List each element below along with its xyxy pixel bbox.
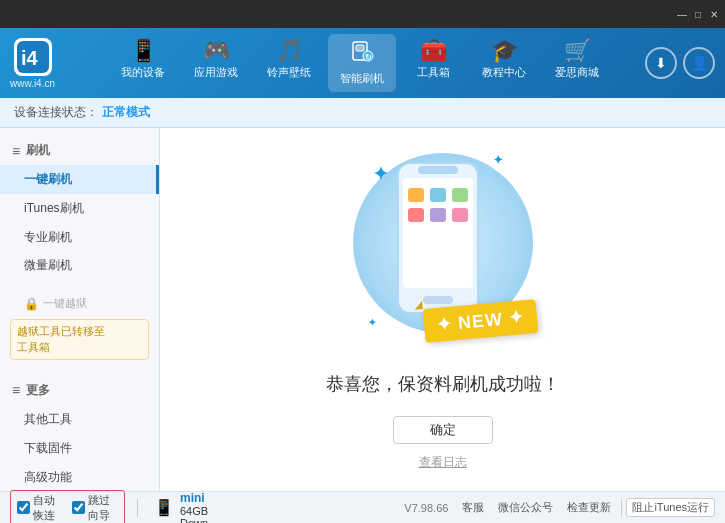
smart-flash-icon: ↻ bbox=[350, 40, 374, 68]
status-label: 设备连接状态： bbox=[14, 104, 98, 121]
success-message: 恭喜您，保资料刷机成功啦！ bbox=[326, 372, 560, 396]
svg-rect-10 bbox=[452, 188, 468, 202]
nav-ringtones[interactable]: 🎵 铃声壁纸 bbox=[255, 34, 323, 92]
nav-my-device[interactable]: 📱 我的设备 bbox=[109, 34, 177, 92]
ringtones-icon: 🎵 bbox=[276, 40, 303, 62]
shop-icon: 🛒 bbox=[564, 40, 591, 62]
more-section-icon: ≡ bbox=[12, 382, 20, 398]
tutorial-icon: 🎓 bbox=[491, 40, 518, 62]
ringtones-label: 铃声壁纸 bbox=[267, 65, 311, 80]
new-badge-text2: ✦ bbox=[503, 307, 527, 329]
shop-label: 爱思商城 bbox=[555, 65, 599, 80]
logo-text: www.i4.cn bbox=[10, 78, 55, 89]
sidebar-other-tools[interactable]: 其他工具 bbox=[0, 405, 159, 434]
sidebar-itunes-flash[interactable]: iTunes刷机 bbox=[0, 194, 159, 223]
my-device-label: 我的设备 bbox=[121, 65, 165, 80]
svg-rect-13 bbox=[452, 208, 468, 222]
lock-icon: 🔒 bbox=[24, 297, 39, 311]
version-text: V7.98.66 bbox=[404, 502, 448, 514]
via-wizard-label: 跳过向导 bbox=[88, 493, 119, 523]
flash-section-icon: ≡ bbox=[12, 143, 20, 159]
sidebar-more-title: ≡ 更多 bbox=[0, 376, 159, 405]
tutorial-label: 教程中心 bbox=[482, 65, 526, 80]
download-btn[interactable]: ⬇ bbox=[645, 47, 677, 79]
title-bar: — □ ✕ bbox=[0, 0, 725, 28]
more-section-label: 更多 bbox=[26, 382, 50, 399]
diary-link[interactable]: 查看日志 bbox=[419, 454, 467, 471]
itunes-stop-btn[interactable]: 阻止iTunes运行 bbox=[626, 498, 715, 517]
bottom-bar: 自动恢连 跳过向导 📱 iPhone 12 mini 64GB Down-12m… bbox=[0, 491, 725, 523]
new-badge-text: ✦ bbox=[436, 313, 460, 335]
sparkle-top-left: ✦ bbox=[373, 163, 388, 185]
sparkle-top-right: ✦ bbox=[493, 153, 503, 167]
sidebar-download-firmware[interactable]: 下载固件 bbox=[0, 434, 159, 463]
sidebar-pro-flash[interactable]: 专业刷机 bbox=[0, 223, 159, 252]
svg-rect-15 bbox=[418, 166, 458, 174]
sidebar-jailbreak-title: 🔒 一键越狱 bbox=[0, 292, 159, 315]
nav-items: 📱 我的设备 🎮 应用游戏 🎵 铃声壁纸 ↻ 智能刷机 bbox=[75, 34, 645, 92]
nav-apps-games[interactable]: 🎮 应用游戏 bbox=[182, 34, 250, 92]
sidebar: ≡ 刷机 一键刷机 iTunes刷机 专业刷机 微量刷机 🔒 一键越狱 越狱工具… bbox=[0, 128, 160, 491]
maximize-btn[interactable]: □ bbox=[691, 7, 705, 21]
logo-icon: i4 bbox=[14, 38, 52, 76]
svg-rect-3 bbox=[356, 45, 364, 51]
header-actions: ⬇ 👤 bbox=[645, 47, 715, 79]
svg-rect-12 bbox=[430, 208, 446, 222]
smart-flash-label: 智能刷机 bbox=[340, 71, 384, 86]
via-wizard-checkbox[interactable]: 跳过向导 bbox=[72, 493, 119, 523]
svg-rect-11 bbox=[408, 208, 424, 222]
nav-shop[interactable]: 🛒 爱思商城 bbox=[543, 34, 611, 92]
close-btn[interactable]: ✕ bbox=[707, 7, 721, 21]
device-model: Down-12mini-13,1 bbox=[180, 517, 220, 524]
phone-svg bbox=[393, 158, 483, 321]
sidebar-one-click-flash[interactable]: 一键刷机 bbox=[0, 165, 159, 194]
sidebar-save-flash[interactable]: 微量刷机 bbox=[0, 251, 159, 280]
header: i4 www.i4.cn 📱 我的设备 🎮 应用游戏 🎵 铃声壁纸 bbox=[0, 28, 725, 98]
my-device-icon: 📱 bbox=[130, 40, 157, 62]
device-storage: 64GB bbox=[180, 505, 220, 517]
sidebar-jailbreak-note: 越狱工具已转移至工具箱 bbox=[10, 319, 149, 360]
auto-connect-input[interactable] bbox=[17, 501, 30, 514]
status-value: 正常模式 bbox=[102, 104, 150, 121]
confirm-button[interactable]: 确定 bbox=[393, 416, 493, 444]
illustration: ✦ ✦ ✦ bbox=[363, 148, 523, 348]
svg-text:↻: ↻ bbox=[365, 53, 372, 62]
bottom-separator bbox=[137, 499, 138, 517]
logo[interactable]: i4 www.i4.cn bbox=[10, 38, 55, 89]
status-bar: 设备连接状态： 正常模式 bbox=[0, 98, 725, 128]
nav-toolbox[interactable]: 🧰 工具箱 bbox=[401, 34, 465, 92]
jailbreak-label: 一键越狱 bbox=[43, 296, 87, 311]
nav-smart-flash[interactable]: ↻ 智能刷机 bbox=[328, 34, 396, 92]
checkbox-group: 自动恢连 跳过向导 bbox=[10, 490, 125, 524]
bottom-right: V7.98.66 客服 微信公众号 检查更新 bbox=[404, 500, 617, 515]
phone-container: ✦ ✦ ✦ bbox=[363, 148, 523, 348]
nav-tutorial[interactable]: 🎓 教程中心 bbox=[470, 34, 538, 92]
sparkle-bottom-left: ✦ bbox=[368, 317, 376, 328]
auto-connect-label: 自动恢连 bbox=[33, 493, 64, 523]
main-layout: ≡ 刷机 一键刷机 iTunes刷机 专业刷机 微量刷机 🔒 一键越狱 越狱工具… bbox=[0, 128, 725, 491]
bottom-sep-2 bbox=[621, 499, 622, 517]
device-icon: 📱 bbox=[154, 498, 174, 517]
wechat-public-link[interactable]: 微信公众号 bbox=[498, 500, 553, 515]
toolbox-icon: 🧰 bbox=[420, 40, 447, 62]
flash-section-label: 刷机 bbox=[26, 142, 50, 159]
minimize-btn[interactable]: — bbox=[675, 7, 689, 21]
user-btn[interactable]: 👤 bbox=[683, 47, 715, 79]
via-wizard-input[interactable] bbox=[72, 501, 85, 514]
toolbox-label: 工具箱 bbox=[417, 65, 450, 80]
apps-games-icon: 🎮 bbox=[203, 40, 230, 62]
svg-text:i4: i4 bbox=[21, 47, 39, 69]
svg-rect-9 bbox=[430, 188, 446, 202]
svg-rect-14 bbox=[423, 296, 453, 304]
svg-rect-8 bbox=[408, 188, 424, 202]
main-content: ✦ ✦ ✦ bbox=[160, 128, 725, 491]
new-label: NEW bbox=[458, 309, 505, 333]
check-update-link[interactable]: 检查更新 bbox=[567, 500, 611, 515]
apps-games-label: 应用游戏 bbox=[194, 65, 238, 80]
sidebar-flash-title: ≡ 刷机 bbox=[0, 136, 159, 165]
auto-connect-checkbox[interactable]: 自动恢连 bbox=[17, 493, 64, 523]
customer-service-link[interactable]: 客服 bbox=[462, 500, 484, 515]
